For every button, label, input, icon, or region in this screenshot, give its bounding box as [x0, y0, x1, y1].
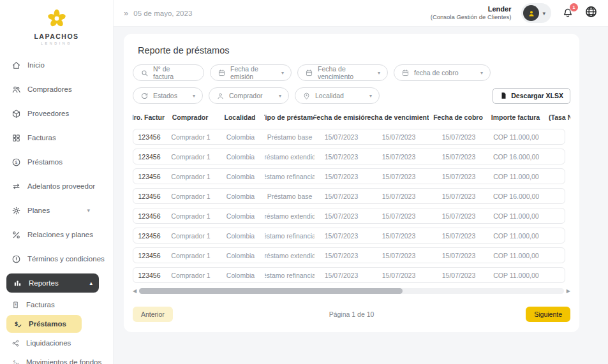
sidebar-item[interactable]: Relaciones y planes: [0, 222, 113, 247]
filter-pill[interactable]: fecha de cobro ▾: [394, 64, 491, 81]
invoices-grid-icon: [11, 133, 21, 143]
sidebar-item[interactable]: Reportes ▴: [6, 273, 99, 293]
funds-movement-icon: [11, 358, 20, 364]
cell-tasa: [544, 129, 565, 144]
cell-importe: COP 16.000,00: [488, 149, 544, 164]
filter-pill[interactable]: Fecha de vencimiento ▾: [297, 64, 388, 81]
status-refresh-icon: [140, 92, 149, 100]
cell-localidad: Colombia: [216, 189, 265, 203]
sidebar-item-label: Planes: [27, 207, 50, 214]
brand-tagline: LENDING: [41, 41, 72, 45]
cell-comprador: Comprador 1: [165, 268, 216, 282]
sidebar-item[interactable]: Planes ▾: [0, 198, 113, 222]
user-menu-button[interactable]: ▾: [521, 3, 551, 23]
filter-label: fecha de cobro: [414, 69, 458, 76]
cell-importe: COP 11.000,00: [488, 169, 544, 184]
cell-tasa: [544, 228, 565, 243]
table-row[interactable]: 123456 Comprador 1 Colombia Préstamo ext…: [133, 149, 565, 164]
topbar-right: Lender (Consola Gestión de Clientes) ▾ 1: [431, 3, 598, 23]
filter-label: N° de factura: [153, 65, 192, 80]
table-row[interactable]: 123456 Comprador 1 Colombia Préstamo ext…: [133, 208, 565, 224]
table-row[interactable]: 123456 Comprador 1 Colombia Préstamo ref…: [133, 267, 565, 283]
sidebar-item[interactable]: Préstamos: [6, 315, 82, 333]
sidebar-item-label: Préstamos: [27, 158, 63, 166]
sidebar: LAPACHOS LENDING Inicio Compradores: [0, 0, 114, 364]
filter-pill[interactable]: Estados ▾: [133, 87, 203, 104]
cell-vencimiento: 15/07/2023: [368, 149, 429, 164]
scroll-right-arrow-icon[interactable]: ▶: [567, 289, 570, 294]
loans-table: Nro. Factura Comprador Localidad Tipo de…: [133, 110, 570, 283]
sidebar-item[interactable]: Términos y condiciones: [0, 247, 113, 271]
filter-label: Estados: [153, 92, 177, 99]
cell-emision: 15/07/2023: [315, 169, 368, 184]
cell-cobro: 15/07/2023: [429, 129, 488, 144]
caret-down-icon: ▾: [279, 93, 281, 99]
col-header-localidad: Localidad: [216, 110, 264, 124]
plans-gear-icon: [11, 206, 21, 215]
loans-table-viewport: Nro. Factura Comprador Localidad Tipo de…: [133, 110, 570, 287]
sidebar-item-label: Inicio: [27, 61, 45, 69]
filter-label: Comprador: [229, 92, 263, 99]
sidebar-item[interactable]: Proveedores: [0, 101, 113, 126]
avatar: [523, 5, 539, 21]
filter-pill[interactable]: Fecha de emisión ▾: [210, 64, 292, 81]
cell-importe: COP 16.000,00: [488, 189, 544, 203]
cell-comprador: Comprador 1: [165, 129, 216, 144]
scrollbar-track[interactable]: [139, 288, 564, 294]
cell-factura: 123456: [133, 208, 165, 223]
user-role: Lender: [431, 5, 512, 14]
sidebar-item[interactable]: Compradores: [0, 77, 113, 101]
sidebar-item-label: Préstamos: [29, 320, 66, 328]
document-icon: [500, 92, 507, 99]
sidebar-item[interactable]: Préstamos: [0, 150, 113, 174]
loans-dollar-circle-icon: [11, 157, 21, 167]
cell-vencimiento: 15/07/2023: [368, 248, 429, 263]
sidebar-item[interactable]: Facturas: [0, 295, 113, 314]
cell-vencimiento: 15/07/2023: [368, 189, 429, 203]
home-icon: [11, 61, 21, 70]
sidebar-item-label: Relaciones y planes: [27, 231, 93, 238]
user-info: Lender (Consola Gestión de Clientes): [431, 5, 512, 22]
cell-cobro: 15/07/2023: [429, 189, 488, 203]
location-icon: [302, 92, 311, 100]
sidebar-item-label: Términos y condiciones: [27, 255, 105, 263]
filter-row-1: N° de factura Fecha de emisión ▾ Fecha: [133, 64, 570, 81]
sidebar-collapse-icon[interactable]: »: [124, 8, 128, 18]
sidebar-item-label: Liquidaciones: [26, 339, 71, 347]
scroll-left-arrow-icon[interactable]: ◀: [133, 289, 137, 294]
topbar: » 05 de mayo, 2023 Lender (Consola Gesti…: [114, 0, 608, 27]
filter-pill[interactable]: N° de factura: [133, 64, 204, 81]
cell-tipo: Préstamo base: [265, 189, 315, 203]
cell-importe: COP 11.000,00: [488, 208, 544, 223]
filter-pill[interactable]: Comprador ▾: [209, 87, 289, 104]
sidebar-item[interactable]: Liquidaciones: [0, 333, 113, 353]
language-button[interactable]: [584, 5, 598, 21]
sidebar-item[interactable]: Inicio: [0, 53, 113, 77]
filter-pill[interactable]: Localidad ▾: [295, 87, 380, 104]
table-row[interactable]: 123456 Comprador 1 Colombia Préstamo bas…: [133, 188, 565, 204]
sidebar-item[interactable]: Movimientos de fondos: [0, 353, 113, 364]
cell-localidad: Colombia: [216, 228, 265, 243]
col-header-cobro: Fecha de cobro: [429, 110, 487, 124]
scrollbar-thumb[interactable]: [139, 288, 403, 294]
page-title: Reporte de préstamos: [138, 45, 570, 55]
alert-circle-icon: [11, 254, 21, 264]
reports-chart-icon: [13, 279, 22, 288]
sidebar-item[interactable]: Facturas: [0, 126, 113, 150]
table-row[interactable]: 123456 Comprador 1 Colombia Préstamo ref…: [133, 168, 565, 184]
chevron-down-icon: ▾: [542, 10, 545, 17]
notifications-button[interactable]: 1: [561, 6, 574, 21]
cell-emision: 15/07/2023: [315, 268, 368, 282]
cell-vencimiento: 15/07/2023: [368, 208, 429, 223]
cell-localidad: Colombia: [216, 268, 265, 282]
table-row[interactable]: 123456 Comprador 1 Colombia Préstamo ext…: [133, 247, 565, 263]
download-xlsx-button[interactable]: Descargar XLSX: [493, 88, 570, 104]
cell-cobro: 15/07/2023: [429, 208, 488, 223]
table-row[interactable]: 123456 Comprador 1 Colombia Préstamo bas…: [133, 129, 565, 145]
pagination: Página 1 de 10 Anterior Siguiente: [133, 307, 570, 322]
col-header-vencimiento: Fecha de vencimiento: [367, 110, 429, 124]
brand-name: LAPACHOS: [34, 33, 78, 40]
sidebar-item[interactable]: Adelantos proveedor: [0, 174, 113, 198]
cell-factura: 123456: [133, 268, 165, 282]
table-row[interactable]: 123456 Comprador 1 Colombia Préstamo ref…: [133, 228, 565, 244]
